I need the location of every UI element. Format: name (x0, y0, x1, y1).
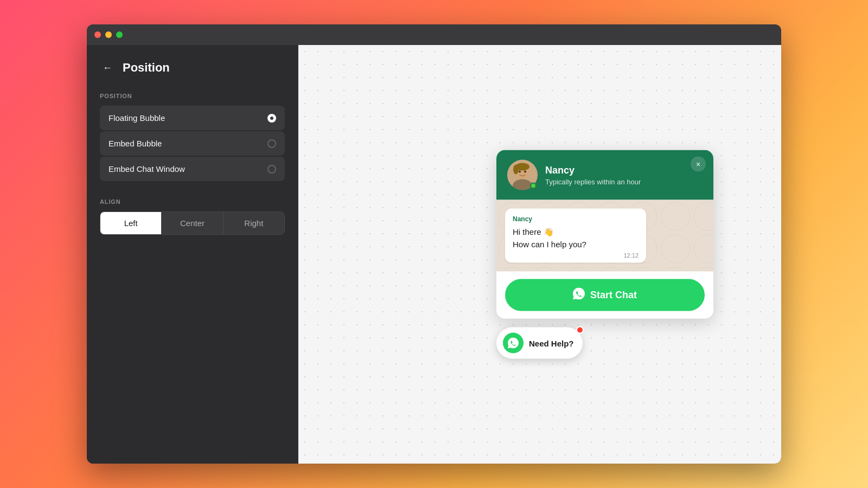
svg-point-5 (519, 171, 521, 173)
align-section-label: ALIGN (100, 198, 285, 205)
option-floating-bubble[interactable]: Floating Bubble (100, 106, 285, 130)
online-status-dot (530, 183, 537, 189)
start-chat-label: Start Chat (590, 290, 637, 301)
option-floating-bubble-label: Floating Bubble (108, 113, 165, 123)
option-embed-bubble-label: Embed Bubble (108, 139, 162, 148)
minimize-window-button[interactable] (105, 31, 112, 38)
radio-floating-bubble (267, 114, 276, 123)
position-options-group: Floating Bubble Embed Bubble Embed Chat … (100, 106, 285, 181)
chat-popup: Nancy Typically replies within an hour ×… (496, 150, 713, 319)
main-content: ← Position POSITION Floating Bubble Embe… (87, 45, 781, 464)
position-section-label: POSITION (100, 93, 285, 99)
preview-area: Nancy Typically replies within an hour ×… (298, 45, 781, 464)
align-buttons-group: Left Center Right (100, 211, 285, 235)
traffic-lights (94, 31, 123, 38)
message-sender: Nancy (513, 215, 639, 223)
app-window: ← Position POSITION Floating Bubble Embe… (87, 24, 781, 464)
message-bubble: Nancy Hi there 👋 How can I help you? 12:… (505, 209, 646, 263)
chat-footer: Start Chat (496, 272, 713, 319)
option-embed-bubble[interactable]: Embed Bubble (100, 131, 285, 156)
align-section: ALIGN Left Center Right (100, 198, 285, 235)
sidebar-header: ← Position (100, 60, 285, 75)
message-text-line1: Hi there 👋 (513, 226, 639, 237)
chat-header-info: Nancy Typically replies within an hour (545, 164, 703, 185)
avatar-container (507, 160, 538, 190)
option-embed-chat-window[interactable]: Embed Chat Window (100, 157, 285, 181)
page-title: Position (123, 61, 170, 75)
svg-point-4 (513, 165, 519, 175)
agent-name: Nancy (545, 164, 703, 176)
message-text-line2: How can I help you? (513, 239, 639, 250)
close-window-button[interactable] (94, 31, 101, 38)
bubble-whatsapp-icon (503, 333, 524, 354)
align-right-button[interactable]: Right (224, 212, 284, 234)
chat-header: Nancy Typically replies within an hour × (496, 150, 713, 200)
align-center-button[interactable]: Center (162, 212, 223, 234)
floating-bubble[interactable]: Need Help? (496, 328, 583, 359)
start-chat-button[interactable]: Start Chat (505, 279, 705, 311)
maximize-window-button[interactable] (116, 31, 123, 38)
chat-widget: Nancy Typically replies within an hour ×… (496, 150, 713, 359)
close-chat-button[interactable]: × (691, 157, 706, 172)
option-embed-chat-window-label: Embed Chat Window (108, 164, 185, 174)
svg-point-6 (524, 171, 526, 173)
bubble-label: Need Help? (529, 338, 574, 348)
message-time: 12:12 (513, 252, 639, 259)
back-button[interactable]: ← (100, 60, 115, 75)
radio-embed-bubble (267, 139, 276, 148)
bubble-notification-dot (576, 326, 584, 334)
titlebar (87, 24, 781, 45)
whatsapp-icon (573, 288, 585, 303)
agent-status: Typically replies within an hour (545, 177, 703, 185)
chat-body: Nancy Hi there 👋 How can I help you? 12:… (496, 200, 713, 272)
radio-embed-chat-window (267, 165, 276, 174)
sidebar: ← Position POSITION Floating Bubble Embe… (87, 45, 298, 464)
align-left-button[interactable]: Left (100, 212, 162, 234)
